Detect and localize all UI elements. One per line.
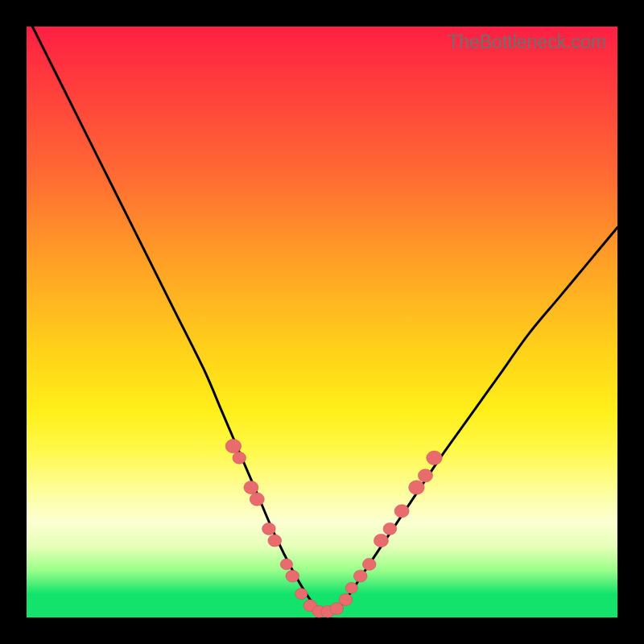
data-marker <box>250 493 264 506</box>
data-marker <box>280 559 292 570</box>
data-marker <box>394 505 409 518</box>
data-marker <box>383 522 397 535</box>
data-marker <box>244 481 258 493</box>
data-marker <box>295 588 308 600</box>
bottleneck-curve <box>32 27 617 613</box>
data-marker <box>345 582 357 593</box>
data-marker <box>418 469 432 482</box>
data-marker <box>362 558 376 570</box>
data-marker <box>268 535 282 547</box>
data-marker <box>286 570 299 582</box>
plot-area: TheBottleneck.com <box>27 27 617 617</box>
data-marker <box>374 534 388 547</box>
data-marker <box>233 452 246 464</box>
data-marker <box>225 439 242 452</box>
data-marker <box>353 570 367 582</box>
data-marker <box>409 481 425 494</box>
chart-frame: TheBottleneck.com <box>0 0 644 644</box>
chart-svg <box>27 27 617 617</box>
data-marker <box>427 451 443 464</box>
data-marker <box>262 522 276 535</box>
marker-group <box>225 439 442 617</box>
data-marker <box>339 593 353 605</box>
